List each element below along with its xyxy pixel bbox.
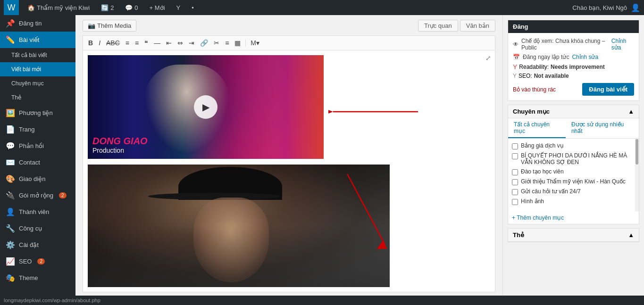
checkbox-hinhanh[interactable]	[512, 199, 518, 205]
visibility-edit-link[interactable]: Chỉnh sửa	[611, 38, 634, 51]
play-button[interactable]: ▶	[194, 95, 217, 119]
category-item-hinhanh[interactable]: Hình ảnh	[512, 198, 635, 205]
tab-most-used[interactable]: Được sử dụng nhiều nhất	[566, 118, 639, 138]
editor-wrapper: ▶ DONG GIAO Production	[88, 55, 490, 287]
checkbox-guicauhoi[interactable]	[512, 189, 518, 195]
sidebar-item-trang[interactable]: 📄 Trang	[0, 121, 75, 138]
seo-badge: 2	[37, 258, 45, 264]
seo-row: Y SEO: Not available	[513, 73, 634, 79]
checkbox-banggia[interactable]	[512, 143, 518, 149]
category-item-guicauhoi[interactable]: Gửi câu hỏi tư vấn 24/7	[512, 188, 635, 195]
sidebar-item-thanhvien[interactable]: 👤 Thành viên	[0, 204, 75, 220]
sidebar-item-vietbaimoi[interactable]: Viết bài mới	[0, 62, 75, 76]
sidebar-item-dangtin[interactable]: 📌 Đăng tin	[0, 15, 75, 32]
category-list: Bảng giá dịch vụ BÍ QUYẾT PHƠI DA DƯỚI N…	[508, 139, 639, 212]
trash-link[interactable]: Bỏ vào thùng rác	[513, 86, 556, 93]
align-right-button[interactable]: ⇥	[186, 38, 197, 48]
ol-button[interactable]: ≡	[133, 38, 141, 48]
date-row: 📅 Đăng ngay lập tức Chỉnh sửa	[513, 54, 634, 60]
publish-box-header: Đăng	[508, 20, 639, 33]
table-button[interactable]: ▦	[232, 38, 243, 48]
hr-button[interactable]: —	[151, 38, 163, 48]
align-left-button[interactable]: ⇤	[164, 38, 174, 48]
video-block: ▶ DONG GIAO Production	[88, 55, 324, 159]
comments-item[interactable]: 💬 0	[122, 0, 141, 15]
sidebar-item-congcu[interactable]: 🔧 Công cụ	[0, 220, 75, 237]
checkbox-bikhuyet[interactable]	[512, 153, 518, 159]
admin-bar: W 🏠 Thẩm mỹ viện Kiwi 🔄 2 💬 0 + Mới Y • …	[0, 0, 644, 15]
media-upload-icon: 📷	[88, 22, 95, 29]
category-box: Chuyên mục ▲ Tất cả chuyên mục Được sử d…	[508, 105, 639, 224]
sidebar-item-chuyenmuc[interactable]: Chuyên mục	[0, 76, 75, 91]
right-panel: Đăng 👁 Chế độ xem: Chưa khóa chung – Pub…	[502, 15, 644, 296]
checkbox-daotao[interactable]	[512, 169, 518, 175]
ul-button[interactable]: ≡	[123, 38, 132, 48]
readability-row: Y Readability: Needs improvement	[513, 63, 634, 71]
appearance-icon: 🎨	[6, 174, 15, 183]
sidebar-item-phuongtien[interactable]: 🖼️ Phương tiện	[0, 105, 75, 121]
sidebar-item-theme[interactable]: 🎭 Theme	[0, 270, 75, 286]
editor-toolbar-row: 📷 Thêm Media Trực quan Văn bản	[83, 20, 495, 32]
seo-icon: 📈	[6, 257, 15, 266]
red-arrow-left	[328, 102, 423, 121]
publish-box: Đăng 👁 Chế độ xem: Chưa khóa chung – Pub…	[508, 20, 639, 101]
category-tabs: Tất cả chuyên mục Được sử dụng nhiều nhấ…	[508, 118, 639, 139]
scrollbar-thumb	[636, 139, 638, 165]
sidebar-item-contact[interactable]: ✉️ Contact	[0, 154, 75, 171]
dot-item[interactable]: •	[189, 0, 197, 15]
sidebar: 📌 Đăng tin ✏️ Bài viết Tất cả bài viết V…	[0, 15, 75, 296]
page-icon: 📄	[6, 125, 15, 134]
blockquote-button[interactable]: ❝	[142, 38, 151, 48]
sidebar-item-the[interactable]: Thẻ	[0, 91, 75, 105]
view-trucquan-tab[interactable]: Trực quan	[418, 20, 458, 32]
new-item[interactable]: + Mới	[147, 0, 168, 15]
link-button[interactable]: 🔗	[198, 38, 210, 48]
category-item-banggia[interactable]: Bảng giá dịch vụ	[512, 142, 635, 149]
add-category-link[interactable]: + Thêm chuyên mục	[508, 212, 639, 224]
photo-overlay	[88, 165, 390, 287]
publish-button[interactable]: Đăng bài viết	[582, 83, 634, 96]
category-box-header[interactable]: Chuyên mục ▲	[508, 105, 639, 118]
tools-icon: 🔧	[6, 224, 15, 233]
bold-button[interactable]: B	[86, 38, 95, 48]
plugin-badge: 2	[59, 192, 67, 198]
updates-icon: 🔄	[101, 4, 109, 11]
yoast-item[interactable]: Y	[174, 0, 184, 15]
tab-all-categories[interactable]: Tất cả chuyên mục	[508, 118, 566, 138]
sidebar-item-seo[interactable]: 📈 SEO 2	[0, 253, 75, 270]
wp-logo[interactable]: W	[4, 0, 19, 15]
view-tabs: Trực quan Văn bản	[418, 20, 495, 32]
site-name[interactable]: 🏠 Thẩm mỹ viện Kiwi	[25, 0, 92, 15]
sidebar-item-phanhoi[interactable]: 💬 Phản hồi	[0, 138, 75, 154]
strikethrough-button[interactable]: ABC	[104, 38, 122, 48]
sidebar-item-tatcabaiviet[interactable]: Tất cả bài viết	[0, 48, 75, 62]
plugin-icon: 🔌	[6, 191, 15, 200]
insert-button[interactable]: ≡	[223, 38, 231, 48]
photo-container	[88, 165, 490, 287]
more-formats-button[interactable]: M▾	[248, 38, 262, 48]
comments-icon: 💬	[125, 4, 133, 11]
category-item-daotao[interactable]: Đào tạo học viên	[512, 168, 635, 175]
readability-icon: Y	[513, 63, 517, 71]
comment-icon: 💬	[6, 141, 15, 150]
sidebar-item-giaodien[interactable]: 🎨 Giao diện	[0, 171, 75, 187]
date-edit-link[interactable]: Chỉnh sửa	[572, 54, 598, 60]
checkbox-gioithieu[interactable]	[512, 179, 518, 185]
add-media-button[interactable]: 📷 Thêm Media	[83, 20, 136, 32]
seo-icon-small: Y	[513, 73, 517, 79]
align-center-button[interactable]: ⇔	[175, 38, 185, 48]
view-vanban-tab[interactable]: Văn bản	[460, 20, 495, 32]
format-toolbar: B I ABC ≡ ≡ ❝ — ⇤ ⇔ ⇥ 🔗 ✂ ≡ ▦ M▾	[83, 35, 495, 50]
tags-box: Thẻ ▲	[508, 228, 639, 242]
editor-content[interactable]: ⤢ ▶ DONG GIAO	[83, 50, 495, 292]
italic-button[interactable]: I	[96, 38, 103, 48]
category-item-bikhuyet[interactable]: BÍ QUYẾT PHƠI DA DƯỚI NẮNG HÈ MÀ VẪN KHÔ…	[512, 152, 635, 165]
updates-item[interactable]: 🔄 2	[98, 0, 117, 15]
tags-box-header[interactable]: Thẻ ▲	[508, 229, 639, 242]
home-icon: 🏠	[27, 4, 35, 11]
sidebar-item-baiviet[interactable]: ✏️ Bài viết	[0, 32, 75, 48]
unlink-button[interactable]: ✂	[211, 38, 222, 48]
sidebar-item-goimorong[interactable]: 🔌 Gói mở rộng 2	[0, 187, 75, 204]
category-item-gioithieu[interactable]: Giới thiệu Thẩm mỹ viện Kiwi - Hàn Quốc	[512, 178, 635, 185]
sidebar-item-caidat[interactable]: ⚙️ Cài đặt	[0, 237, 75, 253]
